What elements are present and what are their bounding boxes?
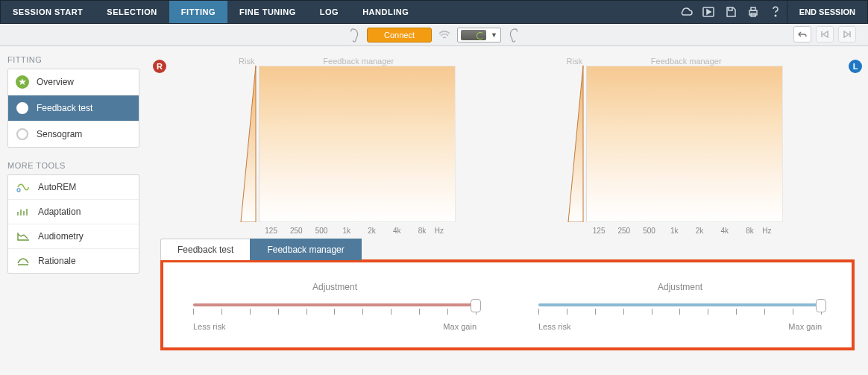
nav-session-start[interactable]: SESSION START bbox=[1, 1, 95, 23]
sidebar-group-more: AutoREM Adaptation Audiometry Rationale bbox=[7, 174, 139, 274]
skip-back-button bbox=[816, 26, 834, 42]
sidebar-item-audiometry[interactable]: Audiometry bbox=[8, 224, 139, 249]
sidebar-item-label: AutoREM bbox=[38, 182, 76, 192]
right-ear-icon bbox=[349, 28, 361, 42]
connect-button[interactable]: Connect bbox=[367, 28, 432, 42]
adjustment-left: Adjustment Less risk Max gain bbox=[538, 282, 822, 331]
slider-left-label: Less risk bbox=[193, 322, 225, 331]
tab-feedback-test[interactable]: Feedback test bbox=[160, 239, 251, 260]
risk-label: Risk bbox=[232, 57, 262, 66]
sidebar-item-label: Rationale bbox=[38, 256, 76, 266]
ring-icon bbox=[16, 128, 28, 140]
undo-button[interactable] bbox=[793, 26, 811, 42]
device-selector[interactable]: ▼ bbox=[457, 28, 501, 42]
slider-ticks bbox=[193, 309, 477, 316]
ring-icon bbox=[16, 102, 28, 114]
svg-point-5 bbox=[17, 189, 20, 192]
risk-label: Risk bbox=[559, 57, 589, 66]
left-ear-icon bbox=[507, 28, 519, 42]
sidebar-item-label: Adaptation bbox=[38, 207, 81, 217]
wifi-icon bbox=[438, 30, 451, 40]
star-icon bbox=[16, 75, 29, 89]
adaptation-icon bbox=[16, 206, 31, 218]
feedback-manager-label: Feedback manager bbox=[589, 57, 783, 66]
chart-left: Risk Feedback manager 125 250 500 bbox=[559, 57, 783, 235]
main-content: R L Risk Feedback manager bbox=[147, 46, 868, 375]
svg-marker-6 bbox=[241, 66, 256, 222]
nav-log[interactable]: LOG bbox=[308, 1, 350, 23]
sidebar-heading-more: MORE TOOLS bbox=[7, 161, 139, 170]
save-icon[interactable] bbox=[720, 1, 742, 23]
adjustment-slider-left[interactable] bbox=[538, 298, 822, 316]
tabs: Feedback test Feedback manager bbox=[160, 238, 855, 259]
svg-point-4 bbox=[775, 15, 776, 16]
svg-rect-2 bbox=[751, 7, 755, 10]
left-ear-badge: L bbox=[849, 60, 862, 73]
sidebar-item-autorem[interactable]: AutoREM bbox=[8, 175, 139, 200]
device-toolbar: Connect ▼ bbox=[0, 24, 868, 46]
device-icon bbox=[461, 30, 486, 40]
nav-fitting[interactable]: FITTING bbox=[169, 1, 227, 23]
adjustment-slider-right[interactable] bbox=[193, 298, 477, 316]
x-axis-right: 125 250 500 1k 2k 4k 8k Hz bbox=[232, 222, 456, 235]
risk-triangle-left bbox=[559, 66, 586, 222]
cloud-icon[interactable] bbox=[675, 1, 697, 23]
sidebar-item-feedback-test[interactable]: Feedback test bbox=[8, 95, 139, 122]
tab-feedback-manager[interactable]: Feedback manager bbox=[250, 239, 361, 260]
slider-ticks bbox=[538, 309, 822, 316]
nav-fine-tuning[interactable]: FINE TUNING bbox=[227, 1, 308, 23]
audiometry-icon bbox=[16, 230, 31, 242]
play-icon[interactable] bbox=[697, 1, 720, 23]
slider-right-label: Max gain bbox=[443, 322, 477, 331]
svg-marker-7 bbox=[568, 66, 583, 222]
slider-thumb[interactable] bbox=[816, 299, 826, 312]
chevron-down-icon: ▼ bbox=[491, 31, 497, 39]
print-icon[interactable] bbox=[742, 1, 764, 23]
sidebar-item-adaptation[interactable]: Adaptation bbox=[8, 200, 139, 224]
sidebar-item-label: Overview bbox=[37, 77, 74, 87]
sidebar-item-overview[interactable]: Overview bbox=[8, 69, 139, 95]
adjustment-title: Adjustment bbox=[193, 282, 477, 292]
sidebar-item-sensogram[interactable]: Sensogram bbox=[8, 122, 139, 147]
slider-thumb[interactable] bbox=[471, 299, 481, 312]
adjustment-panel: Adjustment Less risk Max gain Adjustment bbox=[160, 259, 855, 350]
sidebar-item-label: Sensogram bbox=[37, 129, 82, 139]
sidebar-group-fitting: Overview Feedback test Sensogram bbox=[7, 69, 139, 148]
help-icon[interactable] bbox=[764, 1, 787, 23]
nav-selection[interactable]: SELECTION bbox=[95, 1, 169, 23]
chart-right: Risk Feedback manager 125 250 500 bbox=[232, 57, 456, 235]
slider-left-label: Less risk bbox=[538, 322, 570, 331]
x-axis-left: 125 250 500 1k 2k 4k 8k Hz bbox=[559, 222, 783, 235]
rationale-icon bbox=[16, 255, 31, 267]
feedback-manager-label: Feedback manager bbox=[262, 57, 456, 66]
end-session-button[interactable]: END SESSION bbox=[787, 1, 867, 23]
skip-fwd-button bbox=[838, 26, 856, 42]
nav-handling[interactable]: HANDLING bbox=[350, 1, 421, 23]
sidebar-heading-fitting: FITTING bbox=[7, 55, 139, 64]
slider-right-label: Max gain bbox=[788, 322, 822, 331]
feedback-area-right bbox=[259, 66, 456, 222]
top-nav-bar: SESSION START SELECTION FITTING FINE TUN… bbox=[0, 0, 868, 24]
risk-triangle-right bbox=[232, 66, 259, 222]
sidebar-item-label: Feedback test bbox=[37, 103, 92, 113]
right-ear-badge: R bbox=[153, 60, 166, 73]
feedback-area-left bbox=[586, 66, 783, 222]
adjustment-right: Adjustment Less risk Max gain bbox=[193, 282, 477, 331]
autorem-icon bbox=[16, 181, 31, 193]
sidebar: FITTING Overview Feedback test Sensogram… bbox=[0, 46, 147, 375]
adjustment-title: Adjustment bbox=[538, 282, 822, 292]
sidebar-item-label: Audiometry bbox=[38, 231, 84, 242]
sidebar-item-rationale[interactable]: Rationale bbox=[8, 249, 139, 273]
